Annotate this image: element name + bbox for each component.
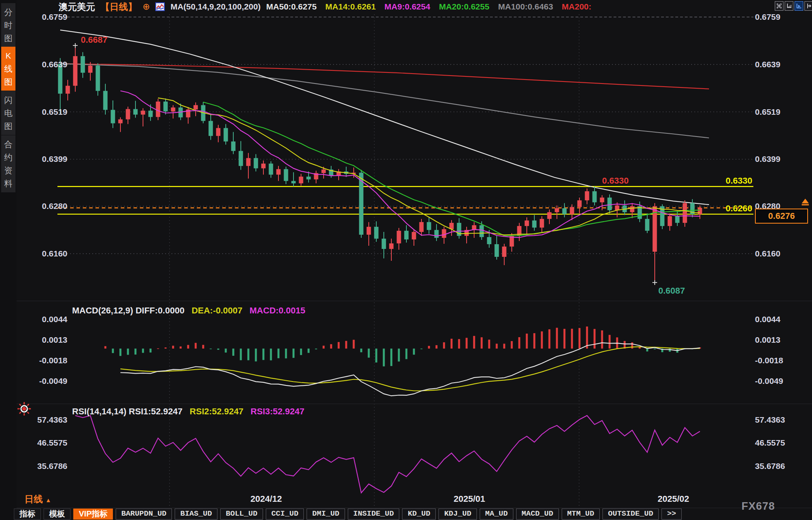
tab-kdj-ud[interactable]: KDJ_UD [438,509,477,520]
rsi-tick-right-0: 57.4363 [755,415,810,425]
macd-tick-left-0: 0.0044 [18,315,67,324]
ma-legend-item-2: MA9:0.6254 [385,2,431,11]
rsi3-label: RSI3:52.9247 [251,406,305,417]
candle-chart-icon[interactable] [795,1,803,11]
brand-watermark: FX678 [741,500,775,512]
tab-vip指标[interactable]: VIP指标 [73,509,113,520]
macd-tick-right-0: 0.0044 [755,315,810,324]
resistance-right-label: 0.6330 [726,176,752,186]
rsi-tick-right-1: 46.5575 [755,438,810,448]
chart-canvas[interactable] [0,0,812,520]
date-label-1: 2025/01 [454,494,485,504]
ma-legend-item-0: MA50:0.6275 [266,2,316,11]
period-selector[interactable]: 日线 ▲ [25,493,51,505]
sidebar-tab-3[interactable]: 合 约 资 料 [1,135,15,192]
tab-boll-ud[interactable]: BOLL_UD [220,509,263,520]
rsi1-label: RSI(14,14,14) RSI1:52.9247 [72,406,183,417]
tab-bias-ud[interactable]: BIAS_UD [175,509,217,520]
sidebar-tab-1[interactable]: K 线 图 [1,47,15,91]
price-tick-left-0: 0.6759 [18,12,67,22]
trading-app-window: 分 时 图K 线 图闪 电 图合 约 资 料 澳元美元 【日线】 ⊕ MA(50… [0,0,812,520]
chart-header: 澳元美元 【日线】 ⊕ MA(50,14,9,20,100,200) MA50:… [59,1,591,13]
rsi2-label: RSI2:52.9247 [190,406,244,417]
ma-config-label: MA(50,14,9,20,100,200) [170,2,261,11]
left-sidebar: 分 时 图K 线 图闪 电 图合 约 资 料 [0,0,17,520]
tab-ma-ud[interactable]: MA_UD [480,509,513,520]
macd-tick-left-1: 0.0013 [18,335,67,345]
alert-indicator-icon[interactable] [17,402,31,416]
tab-mtm-ud[interactable]: MTM_UD [562,509,600,520]
macd-tick-right-3: -0.0049 [755,376,810,386]
symbol-title: 澳元美元 [59,1,95,13]
grid-layout-icon[interactable] [775,1,783,11]
chart-toolbar [775,1,812,11]
date-label-2: 2025/02 [658,494,689,504]
axis-scale-icon[interactable] [785,1,793,11]
macd-value-label: MACD:0.0015 [250,306,305,316]
last-price-box: 0.6276 [755,209,808,224]
ma-legend-item-4: MA100:0.6463 [498,2,553,11]
rsi-tick-left-2: 35.6786 [18,461,67,471]
ma-legend-item-3: MA20:0.6255 [439,2,489,11]
price-tick-left-4: 0.6280 [18,201,67,211]
tab-指标[interactable]: 指标 [14,509,41,520]
rsi-tick-right-2: 35.6786 [755,461,810,471]
high-price-label: 0.6687 [81,35,107,45]
price-tick-right-5: 0.6160 [755,249,810,258]
tab-inside-ud[interactable]: INSIDE_UD [348,509,400,520]
ma-legend-item-5: MA200: [562,2,591,11]
pan-right-icon[interactable] [804,1,812,11]
rsi-tick-left-1: 46.5575 [18,438,67,448]
price-up-arrow-icon [801,199,810,207]
add-indicator-icon[interactable]: ⊕ [143,2,150,12]
macd-tick-left-3: -0.0049 [18,376,67,386]
date-label-0: 2024/12 [250,494,282,504]
tab-模板[interactable]: 模板 [44,509,71,520]
price-tick-left-3: 0.6399 [18,154,67,164]
macd-tick-right-1: 0.0013 [755,335,810,345]
price-tick-right-0: 0.6759 [755,12,810,22]
tab-kd-ud[interactable]: KD_UD [402,509,436,520]
price-tick-left-5: 0.6160 [18,249,67,258]
period-tag[interactable]: 【日线】 [101,1,137,13]
panel-separator [0,404,812,404]
ma-legend-item-1: MA14:0.6261 [325,2,376,11]
rsi-header: RSI(14,14,14) RSI1:52.9247 RSI2:52.9247 … [72,406,304,417]
price-tick-right-1: 0.6639 [755,60,810,69]
caret-up-icon: ▲ [45,497,51,503]
price-tick-left-2: 0.6519 [18,107,67,117]
indicator-tabbar: 指标模板VIP指标BARUPDN_UDBIAS_UDBOLL_UDCCI_UDD… [14,508,682,520]
time-axis-row: 日线 ▲ 2024/122025/012025/02 [0,493,812,507]
ma-legend: MA50:0.6275MA14:0.6261MA9:0.6254MA20:0.6… [266,2,591,11]
macd-tick-right-2: -0.0018 [755,356,810,365]
macd-dea-label: DEA:-0.0007 [192,306,242,316]
tab-barupdn-ud[interactable]: BARUPDN_UD [116,509,172,520]
mini-chart-icon [155,2,165,11]
rsi-tick-left-0: 57.4363 [18,415,67,425]
sidebar-tab-2[interactable]: 闪 电 图 [1,91,15,135]
price-tick-right-2: 0.6519 [755,107,810,117]
price-tick-left-1: 0.6639 [18,60,67,69]
tab-macd-ud[interactable]: MACD_UD [516,509,559,520]
support-right-label: 0.6260 [726,203,752,214]
tab-cci-ud[interactable]: CCI_UD [266,509,304,520]
tab-dmi-ud[interactable]: DMI_UD [307,509,345,520]
panel-separator [0,301,812,301]
tab-more[interactable]: >> [661,509,682,520]
macd-header: MACD(26,12,9) DIFF:0.0000 DEA:-0.0007 MA… [72,306,305,316]
macd-tick-left-2: -0.0018 [18,356,67,365]
price-tick-right-3: 0.6399 [755,154,810,164]
low-price-label: 0.6087 [658,286,685,296]
tab-outside-ud[interactable]: OUTSIDE_UD [602,509,659,520]
macd-params-label: MACD(26,12,9) DIFF:0.0000 [72,306,185,316]
resistance-mid-label: 0.6330 [602,176,629,186]
sidebar-tab-0[interactable]: 分 时 图 [1,3,15,47]
